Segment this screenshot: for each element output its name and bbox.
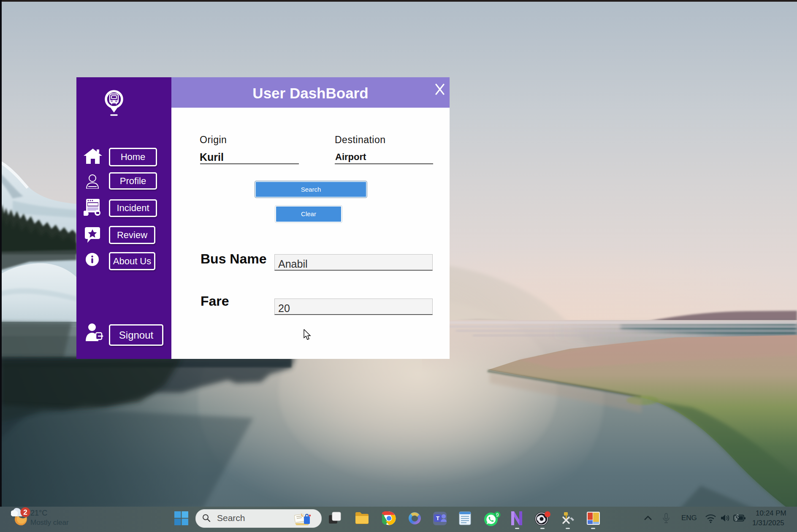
svg-text:T: T — [436, 515, 439, 521]
svg-text:2: 2 — [23, 508, 27, 516]
svg-text:9: 9 — [496, 512, 499, 518]
